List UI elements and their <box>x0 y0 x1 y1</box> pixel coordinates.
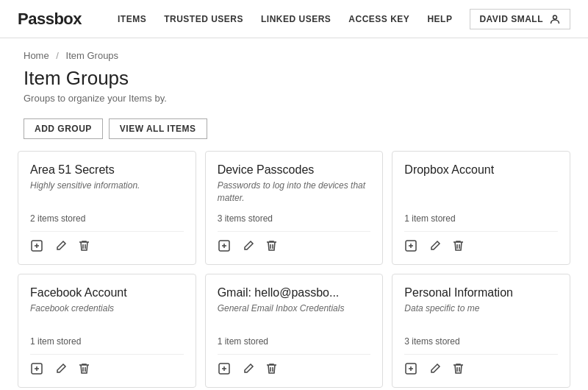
user-label: DAVID SMALL <box>479 14 543 24</box>
breadcrumb-current: Item Groups <box>66 50 119 61</box>
group-delete-icon[interactable] <box>453 363 464 375</box>
group-edit-icon[interactable] <box>429 240 441 252</box>
page-header: Item Groups Groups to organize your Item… <box>0 64 588 113</box>
group-actions <box>218 231 371 252</box>
group-delete-icon[interactable] <box>266 240 277 252</box>
group-view-icon[interactable] <box>218 362 231 375</box>
group-view-icon[interactable] <box>404 362 417 375</box>
group-delete-icon[interactable] <box>79 240 90 252</box>
group-name: Facebook Account <box>30 286 184 299</box>
group-count: 1 item stored <box>404 213 558 224</box>
breadcrumb-separator: / <box>56 50 59 61</box>
group-view-icon[interactable] <box>30 362 43 375</box>
group-edit-icon[interactable] <box>243 240 254 252</box>
group-name: Gmail: hello@passbo... <box>218 286 371 299</box>
group-count: 1 item stored <box>218 336 371 347</box>
group-card-personal: Personal Information Data specific to me… <box>392 274 570 388</box>
group-actions <box>404 231 558 252</box>
user-menu-button[interactable]: DAVID SMALL <box>470 9 570 29</box>
svg-point-0 <box>553 15 557 19</box>
page-subtitle: Groups to organize your Items by. <box>24 93 564 104</box>
group-edit-icon[interactable] <box>429 363 441 375</box>
group-count: 2 items stored <box>30 213 184 224</box>
group-edit-icon[interactable] <box>55 363 67 375</box>
group-name: Device Passcodes <box>218 163 371 177</box>
breadcrumb-home[interactable]: Home <box>24 50 49 61</box>
group-description: Highly sensitive information. <box>30 180 184 206</box>
logo: Passbox <box>18 10 82 29</box>
group-view-icon[interactable] <box>404 239 417 252</box>
group-count: 3 items stored <box>404 336 558 347</box>
nav-items[interactable]: ITEMS <box>118 14 146 24</box>
group-actions <box>218 354 371 375</box>
nav: ITEMS TRUSTED USERS LINKED USERS ACCESS … <box>118 9 570 29</box>
view-all-items-button[interactable]: VIEW ALL ITEMS <box>109 118 207 139</box>
nav-trusted-users[interactable]: TRUSTED USERS <box>164 14 243 24</box>
user-icon <box>549 13 561 25</box>
group-name: Dropbox Account <box>404 163 558 177</box>
group-view-icon[interactable] <box>30 239 43 252</box>
group-card-area51: Area 51 Secrets Highly sensitive informa… <box>18 151 196 265</box>
group-edit-icon[interactable] <box>243 363 254 375</box>
group-card-dropbox: Dropbox Account 1 item stored <box>392 151 570 265</box>
group-name: Area 51 Secrets <box>30 163 184 177</box>
group-description: Data specific to me <box>404 302 558 329</box>
groups-grid: Area 51 Secrets Highly sensitive informa… <box>0 151 588 390</box>
page-title: Item Groups <box>24 67 564 90</box>
group-name: Personal Information <box>404 286 558 299</box>
group-card-gmail: Gmail: hello@passbo... General Email Inb… <box>205 274 384 388</box>
group-delete-icon[interactable] <box>266 363 277 375</box>
group-description <box>404 180 558 206</box>
group-view-icon[interactable] <box>218 239 231 252</box>
add-group-button[interactable]: ADD GROUP <box>24 118 103 139</box>
group-delete-icon[interactable] <box>453 240 464 252</box>
group-actions <box>404 354 558 375</box>
group-count: 3 items stored <box>218 213 371 224</box>
breadcrumb: Home / Item Groups <box>0 38 588 64</box>
group-actions <box>30 354 184 375</box>
nav-help[interactable]: HELP <box>427 14 452 24</box>
nav-linked-users[interactable]: LINKED USERS <box>261 14 331 24</box>
group-card-device: Device Passcodes Passwords to log into t… <box>205 151 384 265</box>
group-edit-icon[interactable] <box>55 240 67 252</box>
toolbar: ADD GROUP VIEW ALL ITEMS <box>0 113 588 151</box>
header: Passbox ITEMS TRUSTED USERS LINKED USERS… <box>0 0 588 38</box>
group-description: General Email Inbox Credentials <box>218 302 371 329</box>
group-card-facebook: Facebook Account Facebook credentials 1 … <box>18 274 196 388</box>
group-description: Passwords to log into the devices that m… <box>218 180 371 206</box>
group-actions <box>30 231 184 252</box>
nav-access-key[interactable]: ACCESS KEY <box>348 14 409 24</box>
group-description: Facebook credentials <box>30 302 184 329</box>
group-delete-icon[interactable] <box>79 363 90 375</box>
group-count: 1 item stored <box>30 336 184 347</box>
